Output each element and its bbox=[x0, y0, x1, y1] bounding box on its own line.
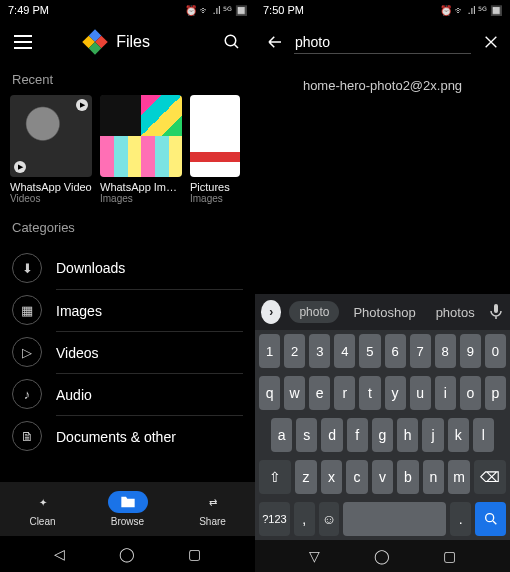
key[interactable]: t bbox=[359, 376, 380, 410]
mic-icon[interactable] bbox=[489, 303, 504, 321]
home-icon[interactable]: ◯ bbox=[374, 548, 390, 564]
key[interactable]: h bbox=[397, 418, 418, 452]
menu-icon[interactable] bbox=[12, 31, 34, 53]
status-right-cluster: ⏰ ᯤ .ıl ⁵ᴳ 🔲 bbox=[185, 5, 247, 16]
expand-icon[interactable]: › bbox=[261, 300, 281, 324]
category-label: Downloads bbox=[56, 247, 243, 289]
category-label: Documents & other bbox=[56, 415, 243, 458]
clear-icon[interactable] bbox=[481, 31, 500, 53]
backspace-key[interactable]: ⌫ bbox=[474, 460, 506, 494]
key[interactable]: f bbox=[347, 418, 368, 452]
back-icon[interactable]: ◁ bbox=[54, 546, 65, 562]
category-documents[interactable]: 🗎 Documents & other bbox=[12, 415, 243, 457]
emoji-key[interactable]: ☺ bbox=[319, 502, 340, 536]
key[interactable]: x bbox=[321, 460, 343, 494]
overview-icon[interactable]: ▢ bbox=[443, 548, 456, 564]
key[interactable]: n bbox=[423, 460, 445, 494]
key[interactable]: k bbox=[448, 418, 469, 452]
key[interactable]: y bbox=[385, 376, 406, 410]
phone-right: 7:50 PM ⏰ ᯤ .ıl ⁵ᴳ 🔲 home-hero-photo2@2x… bbox=[255, 0, 510, 572]
key[interactable]: u bbox=[410, 376, 431, 410]
search-input[interactable] bbox=[294, 31, 471, 54]
key[interactable]: b bbox=[397, 460, 419, 494]
period-key[interactable]: . bbox=[450, 502, 471, 536]
key[interactable]: c bbox=[346, 460, 368, 494]
play-badge-icon: ▶ bbox=[76, 99, 88, 111]
shift-key[interactable]: ⇧ bbox=[259, 460, 291, 494]
key[interactable]: 0 bbox=[485, 334, 506, 368]
nav-browse[interactable]: Browse bbox=[108, 491, 148, 527]
section-header-categories: Categories bbox=[0, 212, 255, 243]
key[interactable]: p bbox=[485, 376, 506, 410]
system-nav: ▽ ◯ ▢ bbox=[255, 540, 510, 572]
key[interactable]: 2 bbox=[284, 334, 305, 368]
key[interactable]: 4 bbox=[334, 334, 355, 368]
section-header-recent: Recent bbox=[0, 64, 255, 95]
comma-key[interactable]: , bbox=[294, 502, 315, 536]
status-icons: ⏰ ᯤ .ıl ⁵ᴳ 🔲 bbox=[185, 5, 247, 16]
key[interactable]: j bbox=[422, 418, 443, 452]
symbols-key[interactable]: ?123 bbox=[259, 502, 290, 536]
key[interactable]: v bbox=[372, 460, 394, 494]
space-key[interactable] bbox=[343, 502, 446, 536]
key[interactable]: q bbox=[259, 376, 280, 410]
svg-rect-1 bbox=[494, 304, 498, 313]
key[interactable]: 7 bbox=[410, 334, 431, 368]
key[interactable]: w bbox=[284, 376, 305, 410]
nav-clean[interactable]: ✦ Clean bbox=[23, 491, 63, 527]
key[interactable]: 5 bbox=[359, 334, 380, 368]
category-label: Images bbox=[56, 289, 243, 332]
home-icon[interactable]: ◯ bbox=[119, 546, 135, 562]
key[interactable]: 9 bbox=[460, 334, 481, 368]
search-result-item[interactable]: home-hero-photo2@2x.png bbox=[255, 64, 510, 107]
key[interactable]: 6 bbox=[385, 334, 406, 368]
category-label: Audio bbox=[56, 373, 243, 416]
category-videos[interactable]: ▷ Videos bbox=[12, 331, 243, 373]
key-row-bottom: ?123 , ☺ . bbox=[255, 498, 510, 540]
key[interactable]: e bbox=[309, 376, 330, 410]
back-icon[interactable]: ▽ bbox=[309, 548, 320, 564]
key[interactable]: 3 bbox=[309, 334, 330, 368]
suggestion-item[interactable]: photos bbox=[430, 301, 481, 324]
suggestion-main[interactable]: photo bbox=[289, 301, 339, 323]
status-right-cluster: ⏰ ᯤ .ıl ⁵ᴳ 🔲 bbox=[440, 5, 502, 16]
download-icon: ⬇ bbox=[12, 253, 42, 283]
key[interactable]: 8 bbox=[435, 334, 456, 368]
suggestion-item[interactable]: Photoshop bbox=[347, 301, 421, 324]
key[interactable]: i bbox=[435, 376, 456, 410]
key[interactable]: l bbox=[473, 418, 494, 452]
search-icon[interactable] bbox=[221, 31, 243, 53]
recent-scroll[interactable]: ▶ ▶ WhatsApp Video Videos WhatsApp Image… bbox=[0, 95, 255, 204]
system-nav: ◁ ◯ ▢ bbox=[0, 536, 255, 572]
key[interactable]: 1 bbox=[259, 334, 280, 368]
nav-share[interactable]: ⇄ Share bbox=[193, 491, 233, 527]
key-row-1: q w e r t y u i o p bbox=[255, 372, 510, 414]
recent-sub: Images bbox=[100, 193, 182, 204]
key[interactable]: m bbox=[448, 460, 470, 494]
status-icons: ⏰ ᯤ .ıl ⁵ᴳ 🔲 bbox=[440, 5, 502, 16]
recent-item[interactable]: ▶ ▶ WhatsApp Video Videos bbox=[10, 95, 92, 204]
thumbnail-icon: ▶ ▶ bbox=[10, 95, 92, 177]
key[interactable]: g bbox=[372, 418, 393, 452]
folder-icon bbox=[108, 491, 148, 513]
overview-icon[interactable]: ▢ bbox=[188, 546, 201, 562]
key[interactable]: s bbox=[296, 418, 317, 452]
key[interactable]: a bbox=[271, 418, 292, 452]
key[interactable]: z bbox=[295, 460, 317, 494]
key[interactable]: r bbox=[334, 376, 355, 410]
recent-item[interactable]: WhatsApp Images Images bbox=[100, 95, 182, 204]
app-title: Files bbox=[116, 33, 150, 51]
category-images[interactable]: ▦ Images bbox=[12, 289, 243, 331]
key[interactable]: o bbox=[460, 376, 481, 410]
back-arrow-icon[interactable] bbox=[265, 31, 284, 53]
key[interactable]: d bbox=[321, 418, 342, 452]
category-audio[interactable]: ♪ Audio bbox=[12, 373, 243, 415]
search-key[interactable] bbox=[475, 502, 506, 536]
category-downloads[interactable]: ⬇ Downloads bbox=[12, 247, 243, 289]
search-bar bbox=[255, 20, 510, 64]
status-bar: 7:49 PM ⏰ ᯤ .ıl ⁵ᴳ 🔲 bbox=[0, 0, 255, 20]
recent-sub: Videos bbox=[10, 193, 92, 204]
play-badge-icon: ▶ bbox=[14, 161, 26, 173]
document-icon: 🗎 bbox=[12, 421, 42, 451]
recent-item[interactable]: Pictures Images bbox=[190, 95, 240, 204]
